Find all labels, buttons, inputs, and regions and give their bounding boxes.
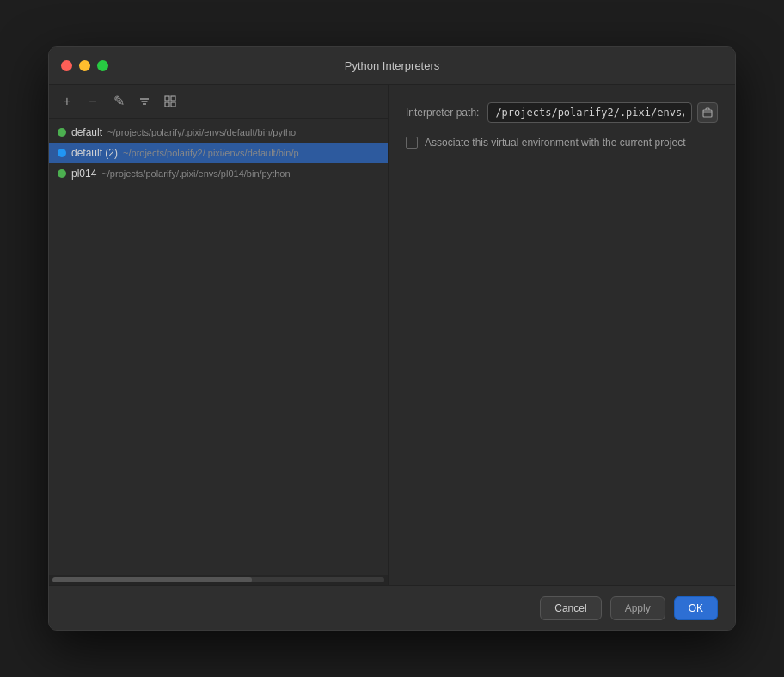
maximize-button[interactable] (97, 60, 108, 71)
remove-button[interactable]: − (82, 90, 104, 113)
associate-row: Associate this virtual environment with … (406, 137, 718, 149)
expand-button[interactable] (159, 90, 181, 113)
scrollbar-track[interactable] (52, 577, 384, 582)
associate-checkbox[interactable] (406, 137, 418, 149)
interpreter-path-short: ~/projects/polarify/.pixi/envs/default/b… (107, 127, 296, 137)
add-button[interactable]: + (56, 90, 78, 113)
interpreter-name-3: pl014 (71, 168, 96, 180)
svg-rect-4 (171, 96, 175, 101)
interpreter-path-wrapper (487, 102, 718, 123)
title-bar: Python Interpreters (49, 47, 735, 85)
interpreter-path-label: Interpreter path: (406, 107, 479, 119)
scrollbar-area (49, 575, 388, 585)
svg-rect-6 (171, 102, 175, 107)
interpreter-name: default (71, 126, 102, 138)
apply-button[interactable]: Apply (610, 596, 665, 620)
interpreter-item-default2[interactable]: default (2) ~/projects/polarify2/.pixi/e… (49, 143, 388, 163)
filter-button[interactable] (133, 90, 156, 113)
associate-label[interactable]: Associate this virtual environment with … (425, 137, 685, 149)
ok-button[interactable]: OK (674, 596, 718, 620)
interpreter-path-row: Interpreter path: (406, 102, 718, 123)
dialog-title: Python Interpreters (345, 59, 440, 72)
close-button[interactable] (61, 60, 72, 71)
svg-rect-5 (165, 102, 169, 107)
edit-button[interactable]: ✎ (107, 90, 130, 113)
traffic-lights (61, 60, 108, 71)
status-dot-green-3 (58, 169, 66, 178)
cancel-button[interactable]: Cancel (540, 596, 601, 620)
interpreter-item-pl014[interactable]: pl014 ~/projects/polarify/.pixi/envs/pl0… (49, 163, 388, 184)
svg-rect-3 (165, 96, 169, 101)
minimize-button[interactable] (79, 60, 90, 71)
toolbar: + − ✎ (49, 85, 388, 119)
python-interpreters-dialog: Python Interpreters + − ✎ (48, 46, 736, 631)
right-panel: Interpreter path: Associate this virtual… (389, 85, 735, 585)
dialog-body: + − ✎ (49, 85, 735, 585)
interpreter-list: default ~/projects/polarify/.pixi/envs/d… (49, 119, 388, 575)
browse-button[interactable] (697, 102, 718, 123)
status-dot-green (58, 128, 66, 137)
left-panel: + − ✎ (49, 85, 389, 585)
interpreter-path-short-2: ~/projects/polarify2/.pixi/envs/default/… (123, 148, 299, 158)
interpreter-item-default[interactable]: default ~/projects/polarify/.pixi/envs/d… (49, 122, 388, 143)
right-panel-spacer (406, 162, 718, 568)
scrollbar-thumb (52, 577, 252, 582)
svg-rect-7 (703, 110, 712, 117)
interpreter-name-2: default (2) (71, 147, 118, 159)
status-dot-blue (58, 149, 66, 157)
interpreter-path-short-3: ~/projects/polarify/.pixi/envs/pl014/bin… (101, 168, 290, 179)
interpreter-path-input[interactable] (487, 102, 692, 123)
dialog-footer: Cancel Apply OK (49, 585, 735, 630)
